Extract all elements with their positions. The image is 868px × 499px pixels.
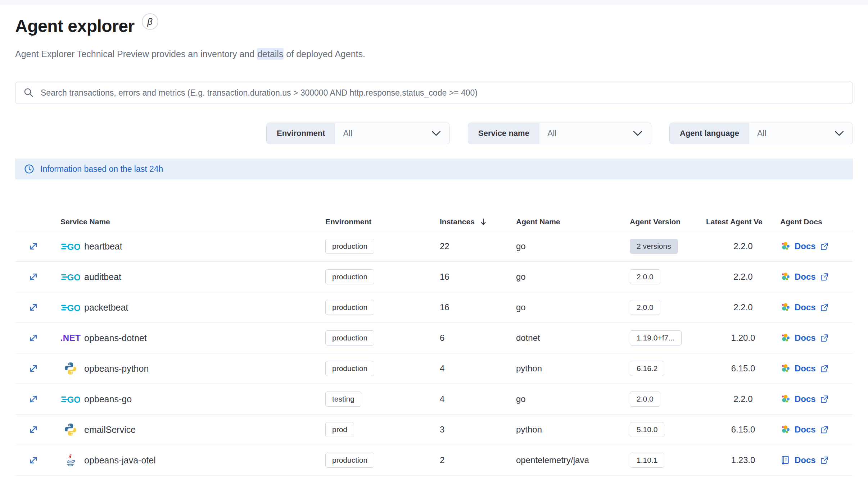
table-row: opbeans-go testing 4 go 2.0.0 2.2.0 Docs: [15, 384, 853, 415]
instances-value: 4: [440, 363, 516, 374]
agent-version-badge: 1.10.1: [630, 453, 664, 468]
service-name[interactable]: heartbeat: [84, 241, 122, 252]
service-name[interactable]: opbeans-dotnet: [84, 333, 147, 343]
python-icon: [60, 423, 81, 436]
agent-name-value: opentelemetry/java: [516, 455, 630, 465]
latest-agent-version-value: 2.2.0: [706, 272, 780, 282]
agent-version-badge: 2.0.0: [630, 300, 660, 315]
agent-name-value: go: [516, 241, 630, 251]
docs-link-label: Docs: [795, 363, 816, 374]
service-name[interactable]: emailService: [84, 425, 136, 435]
banner-text: Information based on the last 24h: [40, 164, 163, 174]
expand-row-button[interactable]: [26, 269, 41, 284]
external-link-icon: [820, 364, 829, 373]
expand-row-button[interactable]: [26, 392, 41, 407]
go-icon: [60, 393, 81, 405]
expand-icon: [27, 271, 40, 283]
expand-row-button[interactable]: [26, 422, 41, 437]
latest-agent-version-value: 1.23.0: [706, 455, 780, 465]
header-service-name[interactable]: Service Name: [60, 218, 325, 226]
filter-environment[interactable]: Environment All: [266, 123, 450, 144]
docs-link-label: Docs: [795, 302, 816, 312]
table-row: opbeans-python production 4 python 6.16.…: [15, 353, 853, 384]
expand-row-button[interactable]: [26, 330, 41, 345]
expand-icon: [27, 332, 40, 344]
beta-badge-icon: β: [142, 13, 158, 30]
header-latest-agent-version[interactable]: Latest Agent Ve: [706, 218, 780, 226]
filter-agent-language-value: All: [757, 129, 767, 138]
environment-badge: production: [325, 300, 374, 315]
table-row: emailService prod 3 python 5.10.0 6.15.0…: [15, 415, 853, 445]
book-icon: [780, 455, 790, 465]
latest-agent-version-value: 6.15.0: [706, 425, 780, 435]
table-row: heartbeat production 22 go 2 versions 2.…: [15, 231, 853, 262]
header-instances[interactable]: Instances: [440, 218, 516, 226]
elastic-agent-icon: [780, 302, 790, 312]
instances-value: 3: [440, 425, 516, 435]
header-agent-name[interactable]: Agent Name: [516, 218, 630, 226]
search-input[interactable]: [41, 88, 845, 98]
agent-docs-link[interactable]: Docs: [780, 394, 829, 404]
latest-agent-version-value: 2.2.0: [706, 302, 780, 312]
environment-badge: prod: [325, 422, 354, 437]
agent-docs-link[interactable]: Docs: [780, 363, 829, 374]
agent-version-badge: 2.0.0: [630, 269, 660, 284]
docs-link-label: Docs: [795, 455, 816, 465]
filter-agent-language[interactable]: Agent language All: [669, 123, 853, 144]
elastic-agent-icon: [780, 394, 790, 404]
window-top-strip: [0, 0, 868, 5]
service-name[interactable]: opbeans-java-otel: [84, 455, 156, 466]
header-agent-version[interactable]: Agent Version: [630, 218, 706, 226]
agent-version-badge[interactable]: 2 versions: [630, 239, 678, 254]
agent-docs-link[interactable]: Docs: [780, 455, 829, 465]
filter-environment-value: All: [343, 129, 352, 138]
latest-agent-version-value: 2.2.0: [706, 394, 780, 404]
agent-version-badge: 6.16.2: [630, 361, 664, 376]
agent-docs-link[interactable]: Docs: [780, 272, 829, 282]
page-subtitle: Agent Explorer Technical Preview provide…: [15, 48, 853, 60]
environment-badge: production: [325, 269, 374, 284]
filter-service-name[interactable]: Service name All: [468, 123, 651, 144]
expand-icon: [27, 362, 40, 375]
service-name[interactable]: opbeans-python: [84, 363, 149, 374]
external-link-icon: [820, 273, 829, 281]
elastic-agent-icon: [780, 272, 790, 282]
python-icon: [60, 362, 81, 375]
service-name[interactable]: auditbeat: [84, 272, 121, 282]
environment-badge: production: [325, 330, 374, 345]
agent-docs-link[interactable]: Docs: [780, 241, 829, 251]
external-link-icon: [820, 334, 829, 342]
filter-agent-language-label: Agent language: [670, 123, 749, 144]
expand-row-button[interactable]: [26, 453, 41, 468]
external-link-icon: [820, 456, 829, 464]
docs-link-label: Docs: [795, 272, 816, 282]
chevron-down-icon: [633, 131, 642, 136]
docs-link-label: Docs: [795, 241, 816, 251]
search-icon: [23, 87, 34, 98]
expand-icon: [27, 424, 40, 436]
agent-name-value: go: [516, 272, 630, 282]
chevron-down-icon: [431, 131, 441, 136]
clock-icon: [24, 164, 35, 174]
filter-environment-label: Environment: [267, 123, 335, 144]
latest-agent-version-value: 6.15.0: [706, 363, 780, 374]
expand-row-button[interactable]: [26, 361, 41, 376]
agent-docs-link[interactable]: Docs: [780, 302, 829, 312]
agent-version-badge: 5.10.0: [630, 422, 664, 437]
time-range-banner: Information based on the last 24h: [15, 159, 853, 179]
table-row: .NETopbeans-dotnet production 6 dotnet 1…: [15, 323, 853, 353]
service-name[interactable]: packetbeat: [84, 302, 128, 313]
service-name[interactable]: opbeans-go: [84, 394, 132, 404]
search-bar[interactable]: [15, 82, 853, 104]
external-link-icon: [820, 303, 829, 312]
expand-row-button[interactable]: [26, 239, 41, 254]
expand-row-button[interactable]: [26, 300, 41, 315]
docs-link-label: Docs: [795, 333, 816, 343]
agent-name-value: go: [516, 394, 630, 404]
agent-docs-link[interactable]: Docs: [780, 425, 829, 435]
subtitle-text-post: of deployed Agents.: [284, 49, 365, 59]
elastic-agent-icon: [780, 425, 790, 435]
agent-docs-link[interactable]: Docs: [780, 333, 829, 343]
external-link-icon: [820, 242, 829, 251]
header-environment[interactable]: Environment: [325, 218, 440, 226]
